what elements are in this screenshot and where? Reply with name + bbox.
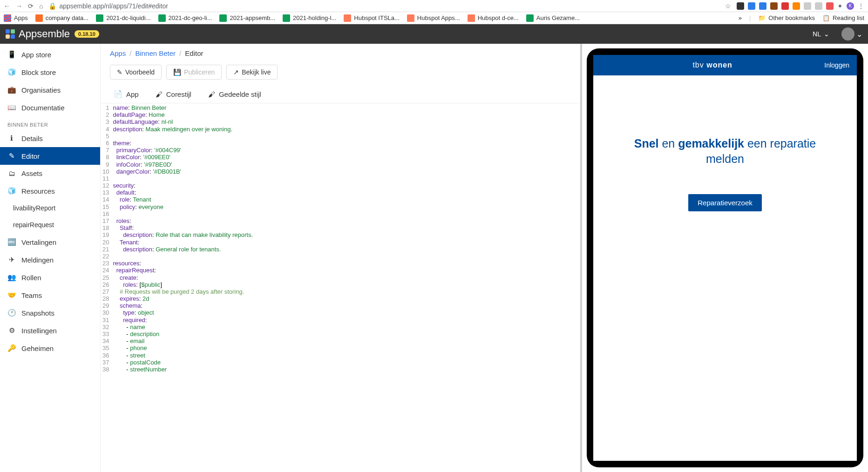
brush-icon: 🖌 [208,90,215,98]
sidebar-item-block-store[interactable]: 🧊Block store [0,63,100,81]
bookmark-item[interactable]: company data... [35,14,89,22]
bookmark-item[interactable]: Hubspot d-ce... [468,14,519,22]
bookmark-item[interactable]: 2021-dc-geo-li... [158,14,212,22]
layers-icon: 🗂 [7,169,16,177]
preview-header: tbv wonen Inloggen [593,55,857,75]
key-icon: 🔑 [7,344,16,352]
brand-name: Appsemble [19,28,70,40]
briefcase-icon: 💼 [7,86,16,94]
url-text: appsemble.app/nl/apps/71/edit#editor [59,2,168,10]
sidebar-item-organisations[interactable]: 💼Organisaties [0,81,100,99]
bookmarks-overflow[interactable]: » [739,14,742,21]
breadcrumb-app[interactable]: Binnen Beter [135,49,176,57]
sidebar-item-documentation[interactable]: 📖Documentatie [0,99,100,116]
user-menu[interactable]: ⌄ [841,27,862,40]
ext-icon[interactable] [737,2,744,10]
sidebar-item-snapshots[interactable]: 🕐Snapshots [0,304,100,322]
ext-icon[interactable] [804,2,811,10]
editor-tabs: 📄App 🖌Corestijl 🖌Gedeelde stijl [101,84,580,103]
gear-icon: ⚙ [7,326,16,335]
file-icon: 📄 [114,90,122,98]
info-icon: ℹ [7,134,16,142]
ext-icon[interactable] [826,2,834,10]
brand-logo[interactable]: Appsemble [6,28,70,40]
ext-icon[interactable] [781,2,789,10]
bookmarks-bar: Apps company data... 2021-dc-liquidi... … [0,12,868,24]
sidebar-section: BINNEN BETER [0,116,100,129]
preview-pane: tbv wonen Inloggen Snel en gemakkelijk e… [582,44,868,472]
logo-icon [6,29,15,39]
breadcrumb-current: Editor [185,49,203,57]
ext-icon[interactable] [759,2,766,10]
handshake-icon: 🤝 [7,291,16,299]
star-icon[interactable]: ☆ [725,2,731,10]
ext-icon[interactable] [748,2,755,10]
users-icon: 👥 [7,273,16,282]
view-live-button[interactable]: ↗Bekijk live [226,65,278,80]
tab-sharedstyle[interactable]: 🖌Gedeelde stijl [206,87,263,103]
sidebar-item-resources[interactable]: 🧊Resources [0,182,100,200]
forward-icon[interactable]: → [16,2,22,10]
list-icon: 📋 [822,14,830,21]
preview-brand: tbv wonen [601,61,824,69]
sidebar-item-secrets[interactable]: 🔑Geheimen [0,339,100,357]
tab-corestyle[interactable]: 🖌Corestijl [154,87,193,103]
book-icon: 📖 [7,103,16,112]
reading-list[interactable]: 📋Reading list [822,14,864,21]
bookmark-item[interactable]: Hubspot Apps... [407,14,460,22]
code-editor[interactable]: 1234567891011121314151617181920212223242… [101,103,580,472]
sidebar-item-roles[interactable]: 👥Rollen [0,269,100,286]
sidebar-item-settings[interactable]: ⚙Instellingen [0,322,100,339]
preview-repair-button[interactable]: Reparatieverzoek [688,194,762,211]
line-numbers: 1234567891011121314151617181920212223242… [101,103,113,472]
bookmark-item[interactable]: Auris Gezame... [526,14,580,22]
profile-icon[interactable]: K [847,2,854,10]
tab-app[interactable]: 📄App [112,87,141,103]
sidebar-resource-livability[interactable]: livabilityReport [0,200,100,216]
device-frame: tbv wonen Inloggen Snel en gemakkelijk e… [587,48,863,467]
preview-login-link[interactable]: Inloggen [824,61,849,69]
sidebar-resource-repair[interactable]: repairRequest [0,216,100,233]
preview-button[interactable]: ✎Voorbeeld [110,65,162,80]
bookmark-item[interactable]: 2021-appsemb... [219,14,275,22]
ext-icon[interactable] [770,2,778,10]
sidebar-item-translations[interactable]: 🔤Vertalingen [0,233,100,251]
editor-toolbar: ✎Voorbeeld 💾Publiceren ↗Bekijk live [101,63,580,84]
other-bookmarks[interactable]: 📁Other bookmarks [758,14,815,21]
sidebar-item-editor[interactable]: ✎Editor [0,147,100,165]
bookmark-item[interactable]: Hubspot ITSLa... [344,14,400,22]
bookmark-item[interactable]: 2021-dc-liquidi... [96,14,150,22]
reload-icon[interactable]: ⟳ [28,2,34,10]
save-icon: 💾 [173,68,181,76]
sidebar-item-assets[interactable]: 🗂Assets [0,165,100,182]
app-header: Appsemble 0.18.10 NL ⌄ ⌄ [0,24,868,44]
extension-icons: ✦ K ⋮ [737,2,864,10]
ext-icon[interactable] [793,2,800,10]
sidebar-item-details[interactable]: ℹDetails [0,129,100,147]
apps-shortcut[interactable]: Apps [4,14,28,22]
edit-icon: ✎ [7,152,16,160]
back-icon[interactable]: ← [4,2,10,10]
bookmark-item[interactable]: 2021-holding-l... [283,14,336,22]
extensions-icon[interactable]: ✦ [837,2,843,10]
home-icon[interactable]: ⌂ [39,2,43,10]
share-icon: ↗ [233,68,239,76]
sidebar-item-app-store[interactable]: 📱App store [0,46,100,63]
code-content[interactable]: name: Binnen BeterdefaultPage: Homedefau… [113,103,253,472]
folder-icon: 📁 [758,14,766,21]
menu-icon[interactable]: ⋮ [858,2,864,10]
language-selector[interactable]: NL ⌄ [813,30,829,38]
breadcrumb-apps[interactable]: Apps [110,49,126,57]
sidebar-item-notifications[interactable]: ✈Meldingen [0,251,100,269]
sidebar-item-teams[interactable]: 🤝Teams [0,286,100,304]
preview-body: Snel en gemakkelijk een reparatie melden… [593,75,857,461]
publish-button: 💾Publiceren [166,65,222,80]
preview-screen: tbv wonen Inloggen Snel en gemakkelijk e… [593,55,857,461]
avatar [841,27,854,40]
clock-icon: 🕐 [7,309,16,317]
brush-icon: 🖌 [156,90,163,98]
send-icon: ✈ [7,256,16,264]
lock-icon: 🔒 [48,2,56,10]
ext-icon[interactable] [815,2,822,10]
sidebar: 📱App store 🧊Block store 💼Organisaties 📖D… [0,44,101,472]
